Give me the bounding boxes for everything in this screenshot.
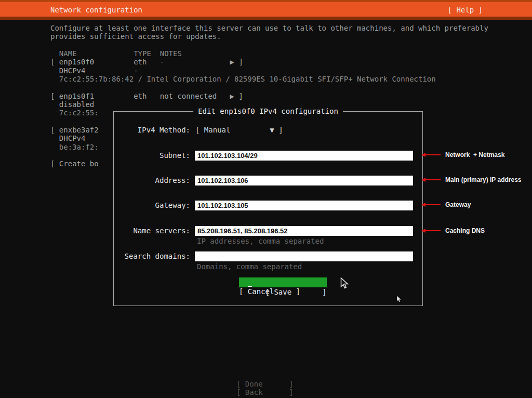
back-button[interactable]: [ Back ] (236, 388, 294, 396)
installer-screen: Network configuration [ Help ] Configure… (0, 0, 532, 398)
page-title: Network configuration (50, 6, 142, 14)
ipv4-method-dropdown[interactable]: [ Manual ▼ ] (195, 126, 283, 135)
address-input[interactable] (195, 176, 413, 185)
intro-line-2: provides sufficient access for updates. (50, 32, 488, 41)
search-domains-input[interactable] (195, 251, 413, 261)
intro-text: Configure at least one interface this se… (50, 24, 488, 41)
annotation-gateway: Gateway (421, 201, 471, 208)
subnet-input[interactable] (195, 151, 413, 161)
annotation-dns: Caching DNS (421, 227, 485, 234)
annotation-subnet: Network + Netmask (421, 151, 504, 158)
save-button[interactable]: [ Save ] (239, 277, 327, 287)
interface-detail-dhcp: DHCPv4 - (50, 67, 436, 75)
mouse-cursor-small (396, 296, 402, 302)
title-bar: Network configuration [ Help ] (0, 0, 532, 20)
subnet-label: Subnet: (114, 151, 190, 160)
gateway-label: Gateway: (114, 201, 190, 210)
annotation-subnet-label: Network + Netmask (445, 151, 504, 158)
done-button[interactable]: [ Done ] (236, 380, 294, 388)
name-servers-helper: IP addresses, comma separated (197, 237, 324, 245)
annotation-dns-label: Caching DNS (445, 227, 485, 234)
interface-detail-mac: 7c:c2:55:7b:86:42 / Intel Corporation / … (50, 75, 436, 83)
focus-cursor (248, 286, 252, 287)
cancel-button[interactable]: [ Cancel ] (239, 287, 300, 296)
red-arrow-icon (425, 154, 441, 155)
red-arrow-icon (425, 179, 441, 180)
gateway-input[interactable] (195, 201, 413, 210)
interface-row-enp1s0f0[interactable]: [ enp1s0f0 eth - ▶ ] (50, 58, 436, 66)
interface-table-header: NAME TYPE NOTES (50, 49, 436, 58)
interface-row-enp1s0f1[interactable]: [ enp1s0f1 eth not connected ▶ ] (50, 92, 436, 100)
annotation-gateway-label: Gateway (445, 201, 471, 208)
edit-ipv4-dialog: Edit enp1s0f0 IPv4 configuration IPv4 Me… (113, 111, 423, 306)
name-servers-label: Name servers: (114, 227, 190, 235)
annotation-address-label: Main (primary) IP address (445, 176, 522, 183)
address-label: Address: (114, 176, 190, 185)
search-domains-helper: Domains, comma separated (197, 263, 302, 271)
red-arrow-icon (425, 230, 441, 231)
help-button[interactable]: [ Help ] (448, 6, 483, 14)
search-domains-label: Search domains: (114, 252, 190, 261)
red-arrow-icon (425, 204, 441, 205)
ipv4-method-label: IPv4 Method: (114, 126, 190, 135)
mouse-cursor-large (340, 277, 350, 289)
annotation-address: Main (primary) IP address (421, 176, 522, 183)
dialog-title: Edit enp1s0f0 IPv4 configuration (193, 107, 343, 115)
intro-line-1: Configure at least one interface this se… (50, 24, 488, 32)
name-servers-input[interactable] (195, 226, 413, 236)
